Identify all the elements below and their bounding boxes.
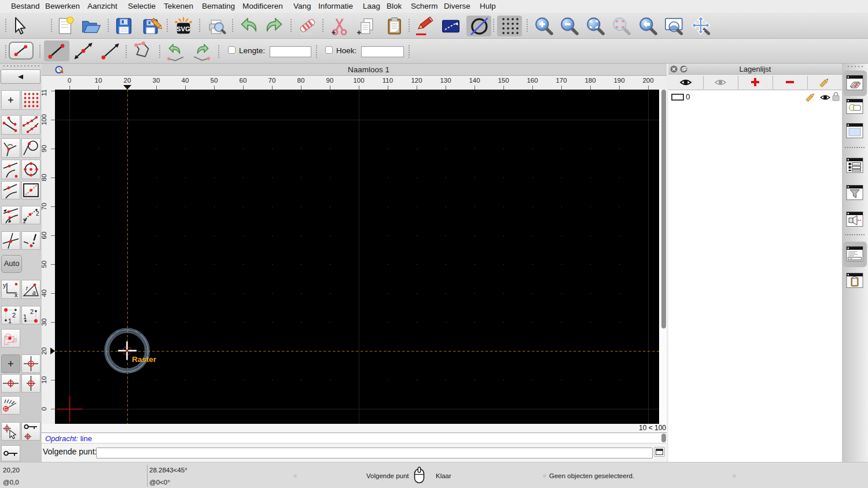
svg-text:2: 2 [36,210,39,217]
svg-text:y: y [3,282,6,289]
svg-text:Raster: Raster [132,355,157,364]
svg-text:a: a [32,290,36,296]
svg-text:r: r [26,285,28,291]
svg-text:2: 2 [12,312,16,319]
svg-text:1: 1 [23,218,26,224]
svg-text:x: x [14,291,18,298]
svg-text:SVG: SVG [176,25,190,32]
svg-text:2: 2 [30,308,34,315]
svg-text:1: 1 [23,313,27,320]
svg-text:1: 1 [8,317,12,324]
